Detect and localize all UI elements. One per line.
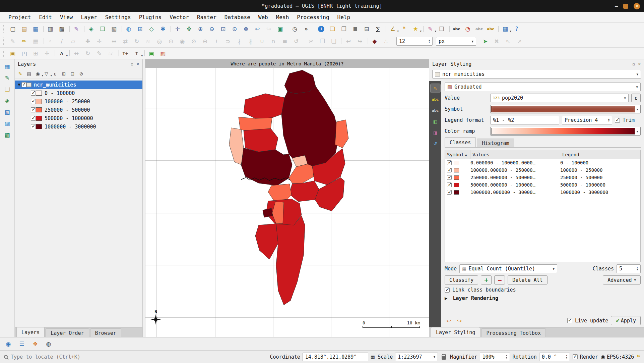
annotation-select-icon[interactable]: ❑ (437, 24, 446, 33)
layer-class-row[interactable]: 250000 - 500000 (15, 106, 142, 114)
data-source-manager-icon[interactable]: ▦ (3, 62, 12, 71)
osm-plugin-icon[interactable]: ▣ (147, 49, 156, 58)
map-canvas[interactable]: Where are people in Metro Manila (2020)?… (145, 59, 429, 337)
zoom-last-icon[interactable]: ↩ (253, 24, 262, 33)
open-layer-styling-icon[interactable]: ✎ (16, 70, 24, 77)
raster-calculator-icon[interactable]: ⊞ (136, 24, 144, 33)
remove-layer-icon[interactable]: ⊘ (77, 70, 85, 77)
3d-view-tab-icon[interactable]: ◧ (431, 117, 440, 126)
copy-features-icon[interactable]: ❐ (318, 37, 327, 46)
filter-legend-icon[interactable]: ▽ (43, 70, 50, 77)
precision-spinner[interactable]: Precision 4 ▴▾ (562, 116, 612, 124)
new-shapefile-layer-icon[interactable]: ❏ (3, 85, 12, 94)
rotate-label-icon[interactable]: ↻ (83, 49, 92, 58)
class-visibility-checkbox[interactable] (31, 116, 36, 121)
render-checkbox[interactable] (573, 354, 578, 359)
save-edits-icon[interactable]: ▦ (31, 37, 40, 46)
spinner-arrows-icon[interactable]: ▴▾ (635, 267, 638, 271)
add-class-button[interactable]: + (481, 275, 492, 284)
new-print-layout-icon[interactable]: ▥ (46, 24, 55, 33)
current-edits-icon[interactable]: ✎ (8, 37, 17, 46)
crs-status-button[interactable]: ◉ EPSG:4326 (601, 354, 634, 360)
class-table-row[interactable]: 1000000.000000 - 30000… 1000000 - 300000… (445, 189, 640, 196)
apply-button[interactable]: ✔ Apply (611, 316, 641, 325)
reshape-features-icon[interactable]: ≀ (212, 37, 221, 46)
processing-toolbox-icon[interactable]: ✱ (158, 24, 167, 33)
font-size-spinner[interactable]: 12 ▴▾ (396, 37, 433, 46)
legend-format-input[interactable]: %1 - %2 (490, 116, 559, 124)
simplify-feature-icon[interactable]: ≈ (144, 37, 152, 46)
move-feature-icon[interactable]: ↔ (110, 37, 118, 46)
close-panel-icon[interactable]: ✕ (136, 62, 139, 66)
undock-panel-icon[interactable]: ▫ (131, 62, 133, 66)
zoom-out-icon[interactable]: ⊖ (207, 24, 216, 33)
styling-tab[interactable]: Classes (445, 137, 476, 147)
grid-tool-icon[interactable]: ⊞ (31, 49, 40, 58)
add-raster-layer-icon[interactable]: ▨ (3, 119, 12, 128)
new-virtual-layer-icon[interactable]: ▧ (110, 24, 118, 33)
raster-plugin-icon[interactable]: ▨ (158, 49, 167, 58)
rotation-spinner[interactable]: 0.0 ° ▴▾ (539, 353, 570, 361)
layer-visibility-checkbox[interactable] (21, 82, 26, 87)
symbology-tab-icon[interactable]: ✎ (431, 84, 440, 93)
class-table-row[interactable]: 0.000000 - 100000.0000… 0 - 100000 (445, 159, 640, 166)
trim-checkbox[interactable] (615, 118, 620, 123)
live-update-checkbox[interactable] (567, 318, 572, 323)
class-table-row[interactable]: 100000.000000 - 250000… 100000 - 250000 (445, 166, 640, 174)
fill-ring-icon[interactable]: ◉ (178, 37, 187, 46)
open-attribute-table-icon[interactable]: ≣ (351, 24, 360, 33)
class-visibility-checkbox[interactable] (31, 91, 36, 96)
statistics-icon[interactable]: ∑ (374, 24, 382, 33)
class-symbol-swatch[interactable] (454, 175, 459, 180)
class-visibility-checkbox[interactable] (31, 124, 36, 129)
symbol-column-header[interactable]: Symbol ▴ (445, 150, 470, 159)
zoom-to-selection-icon[interactable]: ⊙ (230, 24, 239, 33)
styling-tab[interactable]: Histogram (477, 139, 514, 147)
menu-item[interactable]: Database (221, 13, 254, 21)
layer-rendering-row[interactable]: ▶ Layer Rendering (445, 295, 641, 301)
classify-button[interactable]: Classify (445, 275, 478, 284)
offset-curve-icon[interactable]: ⊃ (223, 37, 232, 46)
close-button[interactable]: ✕ (634, 3, 640, 9)
link-class-boundaries-checkbox[interactable] (445, 288, 450, 293)
deselect-features-icon[interactable]: ❐ (339, 24, 348, 33)
menu-item[interactable]: View (56, 13, 77, 21)
font-unit-dropdown[interactable]: px ▾ (436, 37, 476, 46)
new-annotation-icon[interactable]: ✎ (426, 24, 435, 33)
expression-builder-button[interactable]: ε (631, 94, 641, 102)
highlight-labels-icon[interactable]: abc (486, 24, 495, 33)
redo-style-icon[interactable]: ↪ (455, 317, 463, 324)
globe-plugin-icon[interactable]: ◍ (44, 340, 53, 348)
class-enabled-checkbox[interactable] (447, 190, 452, 195)
legend-column-header[interactable]: Legend (560, 150, 640, 159)
digitize-polygon-icon[interactable]: ▱ (69, 37, 77, 46)
class-visibility-checkbox[interactable] (31, 99, 36, 104)
pan-to-selection-icon[interactable]: ✜ (185, 24, 193, 33)
panel-tab[interactable]: Browser (90, 328, 121, 337)
menu-item[interactable]: Edit (35, 13, 56, 21)
class-symbol-swatch[interactable] (454, 183, 459, 187)
layer-class-row[interactable]: 1000000 - 3000000 (15, 122, 142, 131)
add-vector-layer-icon[interactable]: ▧ (3, 108, 12, 116)
new-geopackage-layer-icon[interactable]: ◈ (3, 96, 12, 105)
spinner-arrows-icon[interactable]: ▴▾ (427, 39, 430, 44)
crosshair-tool-icon[interactable]: ✛ (43, 49, 51, 58)
layer-labeling-icon[interactable]: abc (452, 24, 461, 33)
temporal-controller-icon[interactable]: ◷ (291, 24, 299, 33)
curve-label-icon[interactable]: ≈ (106, 49, 115, 58)
renderer-dropdown[interactable]: ▧ Graduated ▾ (445, 83, 641, 91)
new-project-icon[interactable]: ▢ (8, 24, 17, 33)
select-region-icon[interactable]: ◰ (20, 49, 28, 58)
class-table-row[interactable]: 250000.000000 - 500000… 250000 - 500000 (445, 174, 640, 181)
pointer-left-icon[interactable]: ↖ (504, 37, 512, 46)
locator-input[interactable]: Type to locate (Ctrl+K) (4, 354, 105, 360)
label-anchor-icon[interactable]: ➤ (481, 37, 490, 46)
class-enabled-checkbox[interactable] (447, 175, 452, 180)
trace-icon[interactable]: ◆ (370, 37, 379, 46)
clear-action-icon[interactable]: ✖ (492, 37, 501, 46)
text-options-icon[interactable]: T (132, 49, 141, 58)
split-features-icon[interactable]: ∤ (235, 37, 244, 46)
spinner-arrows-icon[interactable]: ▴▾ (564, 355, 567, 359)
map-tips-icon[interactable]: ❝ (400, 24, 408, 33)
panel-tab[interactable]: Layers (16, 327, 45, 337)
